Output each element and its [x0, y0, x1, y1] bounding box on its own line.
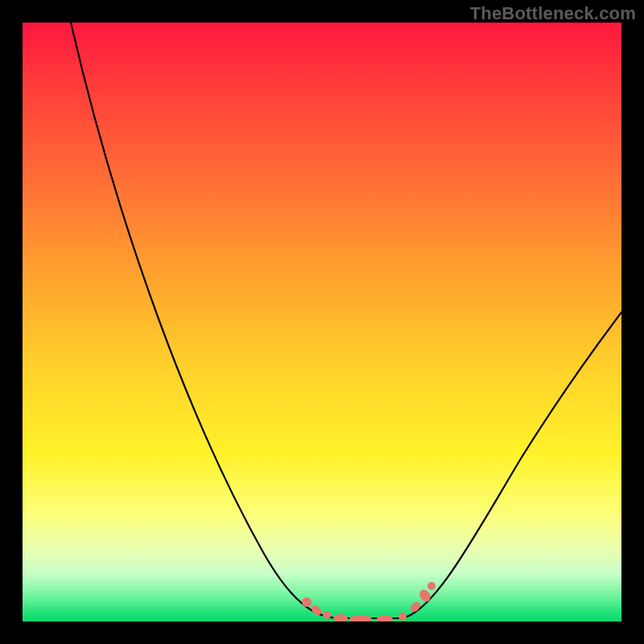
marker-pill: [349, 615, 372, 621]
bottleneck-curve: [23, 23, 621, 621]
marker-pill: [377, 615, 393, 621]
marker-pill: [417, 588, 432, 604]
curve-right-branch: [401, 312, 621, 618]
marker-dot: [398, 613, 407, 621]
marker-dot: [302, 597, 312, 607]
plot-area: [23, 23, 621, 621]
marker-dot: [323, 611, 331, 619]
watermark-text: TheBottleneck.com: [470, 3, 636, 24]
marker-pill: [333, 614, 348, 621]
marker-dot: [427, 582, 436, 590]
curve-left-branch: [71, 23, 341, 618]
